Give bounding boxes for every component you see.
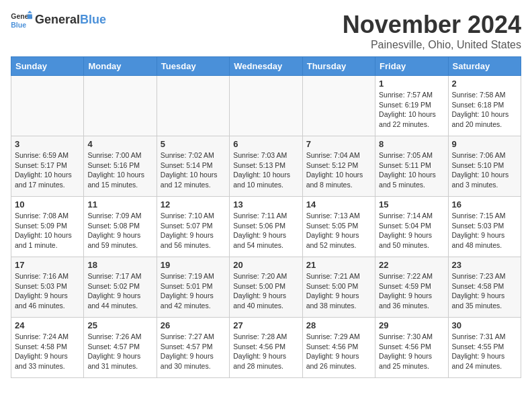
day-number: 11: [87, 199, 152, 210]
day-number: 3: [15, 139, 80, 149]
day-number: 27: [233, 320, 298, 330]
day-number: 8: [379, 139, 444, 149]
day-number: 16: [452, 199, 517, 210]
day-info: Sunrise: 7:58 AM Sunset: 6:18 PM Dayligh…: [452, 90, 517, 130]
day-info: Sunrise: 7:22 AM Sunset: 4:59 PM Dayligh…: [379, 271, 444, 311]
calendar-cell: 10Sunrise: 7:08 AM Sunset: 5:09 PM Dayli…: [11, 197, 84, 257]
calendar-cell: 25Sunrise: 7:26 AM Sunset: 4:57 PM Dayli…: [84, 318, 157, 378]
calendar-cell: 12Sunrise: 7:10 AM Sunset: 5:07 PM Dayli…: [157, 197, 229, 257]
day-info: Sunrise: 7:10 AM Sunset: 5:07 PM Dayligh…: [161, 211, 226, 250]
logo-blue-text: Blue: [80, 13, 106, 26]
calendar-cell: 18Sunrise: 7:17 AM Sunset: 5:02 PM Dayli…: [84, 257, 157, 318]
day-info: Sunrise: 7:02 AM Sunset: 5:14 PM Dayligh…: [161, 150, 226, 190]
day-number: 1: [379, 79, 444, 89]
weekday-header-monday: Monday: [84, 57, 157, 76]
day-info: Sunrise: 7:27 AM Sunset: 4:57 PM Dayligh…: [161, 332, 226, 371]
weekday-header-saturday: Saturday: [448, 57, 521, 76]
calendar-cell: 24Sunrise: 7:24 AM Sunset: 4:58 PM Dayli…: [11, 318, 84, 378]
calendar-cell: 2Sunrise: 7:58 AM Sunset: 6:18 PM Daylig…: [448, 76, 521, 136]
calendar-cell: 15Sunrise: 7:14 AM Sunset: 5:04 PM Dayli…: [375, 197, 448, 257]
weekday-header-thursday: Thursday: [302, 57, 375, 76]
calendar-table: SundayMondayTuesdayWednesdayThursdayFrid…: [11, 56, 521, 378]
logo: General Blue GeneralBlue: [11, 11, 106, 30]
logo-icon: General Blue: [11, 11, 32, 30]
day-number: 14: [306, 199, 371, 210]
day-info: Sunrise: 7:29 AM Sunset: 4:56 PM Dayligh…: [306, 332, 371, 371]
calendar-cell: 13Sunrise: 7:11 AM Sunset: 5:06 PM Dayli…: [230, 197, 302, 257]
month-title: November 2024: [343, 11, 521, 39]
day-number: 28: [306, 320, 371, 330]
day-number: 30: [452, 320, 517, 330]
day-info: Sunrise: 7:24 AM Sunset: 4:58 PM Dayligh…: [15, 332, 80, 371]
day-number: 17: [15, 260, 80, 270]
calendar-week-row: 10Sunrise: 7:08 AM Sunset: 5:09 PM Dayli…: [11, 197, 521, 257]
calendar-cell: [302, 76, 375, 136]
day-info: Sunrise: 7:23 AM Sunset: 4:58 PM Dayligh…: [452, 271, 517, 311]
calendar-cell: 27Sunrise: 7:28 AM Sunset: 4:56 PM Dayli…: [230, 318, 302, 378]
weekday-header-friday: Friday: [375, 57, 448, 76]
location: Painesville, Ohio, United States: [343, 39, 521, 51]
calendar-cell: 19Sunrise: 7:19 AM Sunset: 5:01 PM Dayli…: [157, 257, 229, 318]
day-info: Sunrise: 7:05 AM Sunset: 5:11 PM Dayligh…: [379, 150, 444, 190]
calendar-week-row: 1Sunrise: 7:57 AM Sunset: 6:19 PM Daylig…: [11, 76, 521, 136]
weekday-header-sunday: Sunday: [11, 57, 84, 76]
day-info: Sunrise: 7:13 AM Sunset: 5:05 PM Dayligh…: [306, 211, 371, 250]
weekday-header-row: SundayMondayTuesdayWednesdayThursdayFrid…: [11, 57, 521, 76]
day-number: 29: [379, 320, 444, 330]
day-info: Sunrise: 7:21 AM Sunset: 5:00 PM Dayligh…: [306, 271, 371, 311]
day-number: 2: [452, 79, 517, 89]
calendar-cell: 1Sunrise: 7:57 AM Sunset: 6:19 PM Daylig…: [375, 76, 448, 136]
day-number: 25: [87, 320, 152, 330]
day-number: 23: [452, 260, 517, 270]
calendar-week-row: 24Sunrise: 7:24 AM Sunset: 4:58 PM Dayli…: [11, 318, 521, 378]
day-info: Sunrise: 7:26 AM Sunset: 4:57 PM Dayligh…: [87, 332, 152, 371]
day-info: Sunrise: 7:30 AM Sunset: 4:56 PM Dayligh…: [379, 332, 444, 371]
day-number: 15: [379, 199, 444, 210]
calendar-cell: 11Sunrise: 7:09 AM Sunset: 5:08 PM Dayli…: [84, 197, 157, 257]
calendar-cell: 9Sunrise: 7:06 AM Sunset: 5:10 PM Daylig…: [448, 136, 521, 197]
day-number: 22: [379, 260, 444, 270]
calendar-cell: 29Sunrise: 7:30 AM Sunset: 4:56 PM Dayli…: [375, 318, 448, 378]
day-info: Sunrise: 7:16 AM Sunset: 5:03 PM Dayligh…: [15, 271, 80, 311]
day-number: 19: [161, 260, 226, 270]
day-number: 10: [15, 199, 80, 210]
day-number: 4: [87, 139, 152, 149]
day-info: Sunrise: 7:20 AM Sunset: 5:00 PM Dayligh…: [233, 271, 298, 311]
day-info: Sunrise: 7:28 AM Sunset: 4:56 PM Dayligh…: [233, 332, 298, 371]
svg-text:Blue: Blue: [11, 21, 26, 29]
calendar-week-row: 3Sunrise: 6:59 AM Sunset: 5:17 PM Daylig…: [11, 136, 521, 197]
day-number: 12: [161, 199, 226, 210]
day-info: Sunrise: 7:31 AM Sunset: 4:55 PM Dayligh…: [452, 332, 517, 371]
page-header: General Blue GeneralBlue November 2024 P…: [11, 11, 521, 51]
calendar-cell: 23Sunrise: 7:23 AM Sunset: 4:58 PM Dayli…: [448, 257, 521, 318]
calendar-cell: 17Sunrise: 7:16 AM Sunset: 5:03 PM Dayli…: [11, 257, 84, 318]
day-info: Sunrise: 7:06 AM Sunset: 5:10 PM Dayligh…: [452, 150, 517, 190]
calendar-cell: 28Sunrise: 7:29 AM Sunset: 4:56 PM Dayli…: [302, 318, 375, 378]
calendar-cell: 5Sunrise: 7:02 AM Sunset: 5:14 PM Daylig…: [157, 136, 229, 197]
day-info: Sunrise: 7:17 AM Sunset: 5:02 PM Dayligh…: [87, 271, 152, 311]
day-number: 26: [161, 320, 226, 330]
calendar-cell: 14Sunrise: 7:13 AM Sunset: 5:05 PM Dayli…: [302, 197, 375, 257]
day-number: 24: [15, 320, 80, 330]
day-info: Sunrise: 6:59 AM Sunset: 5:17 PM Dayligh…: [15, 150, 80, 190]
calendar-cell: 3Sunrise: 6:59 AM Sunset: 5:17 PM Daylig…: [11, 136, 84, 197]
title-block: November 2024 Painesville, Ohio, United …: [343, 11, 521, 51]
calendar-cell: [84, 76, 157, 136]
day-info: Sunrise: 7:00 AM Sunset: 5:16 PM Dayligh…: [87, 150, 152, 190]
day-info: Sunrise: 7:11 AM Sunset: 5:06 PM Dayligh…: [233, 211, 298, 250]
calendar-cell: [230, 76, 302, 136]
calendar-week-row: 17Sunrise: 7:16 AM Sunset: 5:03 PM Dayli…: [11, 257, 521, 318]
day-info: Sunrise: 7:19 AM Sunset: 5:01 PM Dayligh…: [161, 271, 226, 311]
day-info: Sunrise: 7:03 AM Sunset: 5:13 PM Dayligh…: [233, 150, 298, 190]
calendar-cell: [11, 76, 84, 136]
calendar-cell: 21Sunrise: 7:21 AM Sunset: 5:00 PM Dayli…: [302, 257, 375, 318]
calendar-cell: 26Sunrise: 7:27 AM Sunset: 4:57 PM Dayli…: [157, 318, 229, 378]
weekday-header-wednesday: Wednesday: [230, 57, 302, 76]
day-info: Sunrise: 7:04 AM Sunset: 5:12 PM Dayligh…: [306, 150, 371, 190]
day-number: 7: [306, 139, 371, 149]
calendar-cell: 4Sunrise: 7:00 AM Sunset: 5:16 PM Daylig…: [84, 136, 157, 197]
calendar-cell: 8Sunrise: 7:05 AM Sunset: 5:11 PM Daylig…: [375, 136, 448, 197]
day-info: Sunrise: 7:15 AM Sunset: 5:03 PM Dayligh…: [452, 211, 517, 250]
day-info: Sunrise: 7:57 AM Sunset: 6:19 PM Dayligh…: [379, 90, 444, 130]
calendar-cell: 30Sunrise: 7:31 AM Sunset: 4:55 PM Dayli…: [448, 318, 521, 378]
